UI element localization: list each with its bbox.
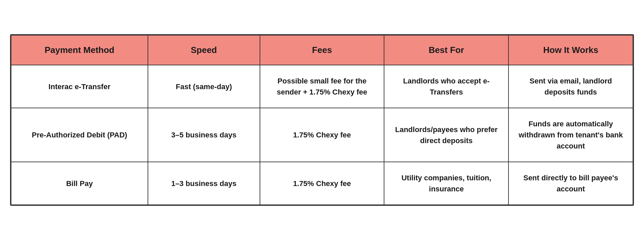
cell-speed: Fast (same-day)	[148, 65, 260, 108]
cell-best-for: Landlords/payees who prefer direct depos…	[384, 108, 508, 162]
cell-best-for: Utility companies, tuition, insurance	[384, 162, 508, 205]
header-how-it-works: How It Works	[508, 35, 633, 65]
table-row: Pre-Authorized Debit (PAD)3–5 business d…	[11, 108, 633, 162]
header-best-for: Best For	[384, 35, 508, 65]
cell-how-it-works: Sent directly to bill payee's account	[508, 162, 633, 205]
table-row: Bill Pay1–3 business days1.75% Chexy fee…	[11, 162, 633, 205]
cell-fees: 1.75% Chexy fee	[260, 108, 384, 162]
cell-how-it-works: Funds are automatically withdrawn from t…	[508, 108, 633, 162]
cell-how-it-works: Sent via email, landlord deposits funds	[508, 65, 633, 108]
cell-fees: Possible small fee for the sender + 1.75…	[260, 65, 384, 108]
comparison-table: Payment Method Speed Fees Best For How I…	[10, 34, 634, 206]
header-fees: Fees	[260, 35, 384, 65]
table-header-row: Payment Method Speed Fees Best For How I…	[11, 35, 633, 65]
table-row: Interac e-TransferFast (same-day)Possibl…	[11, 65, 633, 108]
cell-fees: 1.75% Chexy fee	[260, 162, 384, 205]
cell-payment-method: Interac e-Transfer	[11, 65, 148, 108]
cell-speed: 1–3 business days	[148, 162, 260, 205]
cell-speed: 3–5 business days	[148, 108, 260, 162]
cell-best-for: Landlords who accept e-Transfers	[384, 65, 508, 108]
header-speed: Speed	[148, 35, 260, 65]
cell-payment-method: Bill Pay	[11, 162, 148, 205]
header-payment-method: Payment Method	[11, 35, 148, 65]
cell-payment-method: Pre-Authorized Debit (PAD)	[11, 108, 148, 162]
